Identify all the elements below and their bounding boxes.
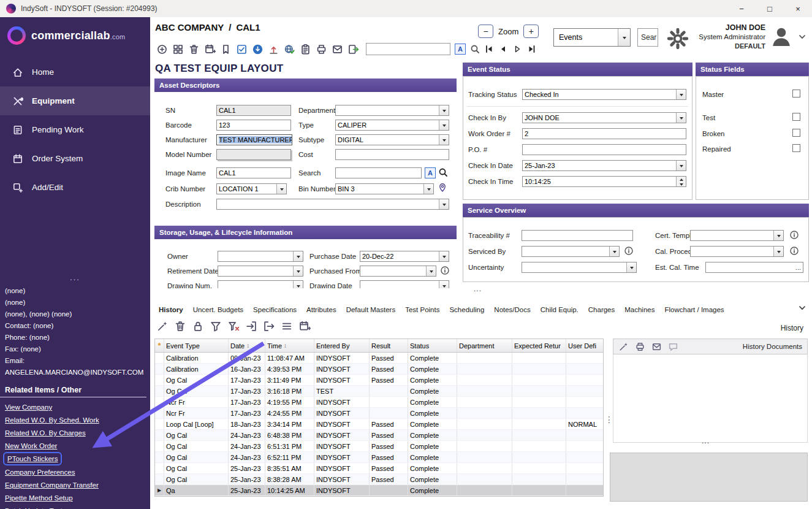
lock-icon[interactable] xyxy=(192,320,204,332)
column-header[interactable]: Event Type xyxy=(164,339,229,352)
related-link[interactable]: Related W.O. By Charges xyxy=(5,429,86,437)
wand-icon[interactable] xyxy=(618,342,629,352)
panel-splitter[interactable]: ⋮ xyxy=(605,415,613,424)
nav-last-icon[interactable] xyxy=(526,44,536,54)
detail-tab[interactable]: Child Equip. xyxy=(536,304,583,315)
sidebar-menu-item[interactable]: Equipment xyxy=(0,86,150,115)
sort-icon[interactable]: ↕ xyxy=(246,342,249,349)
user-menu-chevron-down-icon[interactable] xyxy=(797,32,807,42)
detail-tab[interactable]: Machines xyxy=(620,304,659,315)
type-select[interactable]: CALIPER xyxy=(335,120,449,131)
detail-tab[interactable]: Scheduling xyxy=(445,304,488,315)
retirement-date-select[interactable] xyxy=(218,266,303,277)
history-row[interactable]: Og Cal17-Jan-233:16:18 PMTESTComplete xyxy=(155,386,603,397)
info-icon[interactable] xyxy=(624,246,634,256)
toolbar-search-input[interactable] xyxy=(366,43,450,55)
nav-next-icon[interactable] xyxy=(512,44,522,54)
column-header[interactable]: Department xyxy=(457,339,512,352)
layout-icon[interactable] xyxy=(172,44,184,55)
sidebar-menu-item[interactable]: Pending Work xyxy=(0,115,150,144)
uncertainty-select[interactable] xyxy=(522,262,637,273)
add-record-icon[interactable] xyxy=(156,44,168,55)
history-row[interactable]: Og Cal24-Jan-236:51:31 PMINDYSOFTPassedC… xyxy=(155,441,603,452)
model-number-field[interactable] xyxy=(216,149,291,160)
cert-template-select[interactable] xyxy=(690,230,784,241)
detail-tab[interactable]: Uncert. Budgets xyxy=(189,304,248,315)
image-name-field[interactable]: CAL1 xyxy=(216,167,291,178)
owner-select[interactable] xyxy=(218,251,303,262)
traceability-field[interactable] xyxy=(522,230,633,241)
events-dropdown-arrow[interactable] xyxy=(618,29,630,46)
zoom-in-button[interactable]: + xyxy=(523,25,539,38)
schedule-icon[interactable] xyxy=(298,320,311,332)
breadcrumb-item[interactable]: CAL1 xyxy=(236,22,260,33)
bin-number-select[interactable]: BIN 3 xyxy=(335,183,434,194)
check-in-time-spinner[interactable]: 10:14:25 xyxy=(522,176,686,187)
column-header[interactable]: Time↕ xyxy=(265,339,314,352)
test-checkbox[interactable] xyxy=(792,113,800,121)
broken-checkbox[interactable] xyxy=(792,129,800,137)
column-header[interactable]: Date↕ xyxy=(229,339,265,352)
history-row[interactable]: Og Cal25-Jan-238:38:28 AMINDYSOFTPassedC… xyxy=(155,474,603,485)
related-link[interactable]: View Company xyxy=(5,404,52,411)
spinner-down[interactable] xyxy=(677,182,686,187)
history-row[interactable]: Loop Cal [Loop]18-Jan-233:34:14 PMINDYSO… xyxy=(155,419,603,430)
tracking-status-select[interactable]: Checked In xyxy=(522,89,686,100)
section-expand-handle[interactable]: ... xyxy=(474,285,482,293)
detail-tab[interactable]: Test Points xyxy=(401,304,444,315)
subtype-select[interactable]: DIGITAL xyxy=(335,134,449,145)
drawing-date-select[interactable] xyxy=(360,280,449,288)
location-pin-icon[interactable] xyxy=(438,183,447,193)
cost-field[interactable] xyxy=(335,149,449,160)
sn-field[interactable]: CAL1 xyxy=(216,105,291,116)
avatar[interactable] xyxy=(769,25,794,49)
email-icon[interactable] xyxy=(332,44,343,55)
wand-icon[interactable] xyxy=(156,320,169,332)
filter-icon[interactable] xyxy=(210,320,222,332)
purchased-from-select[interactable] xyxy=(360,266,436,277)
history-row[interactable]: Ncr Fr17-Jan-234:24:55 PMINDYSOFTComplet… xyxy=(155,408,603,419)
column-header[interactable]: User Defi xyxy=(566,339,604,352)
user-info[interactable]: JOHN DOE System Administrator DEFAULT xyxy=(699,23,765,51)
history-row[interactable]: Calibration16-Jan-234:39:53 PMINDYSOFTPa… xyxy=(155,364,603,375)
column-header[interactable]: Status xyxy=(408,339,457,352)
history-row[interactable]: Og Cal24-Jan-236:48:38 PMINDYSOFTPassedC… xyxy=(155,430,603,441)
close-button[interactable]: × xyxy=(784,0,812,17)
info-icon[interactable] xyxy=(789,230,799,240)
search-icon[interactable] xyxy=(438,167,448,177)
repaired-checkbox[interactable] xyxy=(792,144,800,152)
est-cal-time-field[interactable]: ... xyxy=(705,262,803,273)
detail-tab[interactable]: Charges xyxy=(584,304,619,315)
related-link[interactable]: Equipment Company Transfer xyxy=(5,481,99,489)
cal-procedure-select[interactable] xyxy=(690,246,784,257)
font-toggle-button[interactable]: A xyxy=(455,44,466,55)
sidebar-menu-item[interactable]: Add/Edit xyxy=(0,173,150,202)
drawing-num-select[interactable] xyxy=(218,280,303,288)
info-icon[interactable] xyxy=(440,266,450,275)
schedule-icon[interactable] xyxy=(204,44,216,55)
search-box-clipped[interactable]: Sear xyxy=(637,28,658,47)
history-row[interactable]: Ncr Fr17-Jan-234:19:55 PMINDYSOFTComplet… xyxy=(155,397,603,408)
spinner-up[interactable] xyxy=(677,177,686,182)
font-toggle-button[interactable]: A xyxy=(425,167,436,178)
department-select[interactable] xyxy=(335,105,449,116)
maximize-button[interactable]: □ xyxy=(756,0,784,17)
related-link[interactable]: Pipette Method Setup xyxy=(5,494,73,502)
check-in-by-select[interactable]: JOHN DOE xyxy=(522,112,686,123)
search-icon[interactable] xyxy=(470,44,480,54)
print-icon[interactable] xyxy=(635,342,645,352)
check-out-icon[interactable] xyxy=(268,44,279,55)
po-field[interactable] xyxy=(522,144,686,155)
breadcrumb-company[interactable]: ABC COMPANY xyxy=(155,22,224,33)
detail-tab[interactable]: Default Masters xyxy=(342,304,400,315)
serviced-by-select[interactable] xyxy=(522,246,620,257)
tasks-icon[interactable] xyxy=(236,44,248,55)
detail-tab[interactable]: Attributes xyxy=(302,304,341,315)
docs-expand-handle[interactable]: ... xyxy=(702,437,710,445)
history-row[interactable]: Og Cal24-Jan-236:52:11 PMINDYSOFTPassedC… xyxy=(155,452,603,463)
events-dropdown[interactable]: Events xyxy=(553,28,631,47)
history-row[interactable]: Og Cal17-Jan-233:11:49 PMINDYSOFTPassedC… xyxy=(155,375,603,386)
crib-number-select[interactable]: LOCATION 1 xyxy=(216,183,287,194)
column-header[interactable]: Expected Retur xyxy=(512,339,566,352)
email-icon[interactable] xyxy=(651,342,662,352)
